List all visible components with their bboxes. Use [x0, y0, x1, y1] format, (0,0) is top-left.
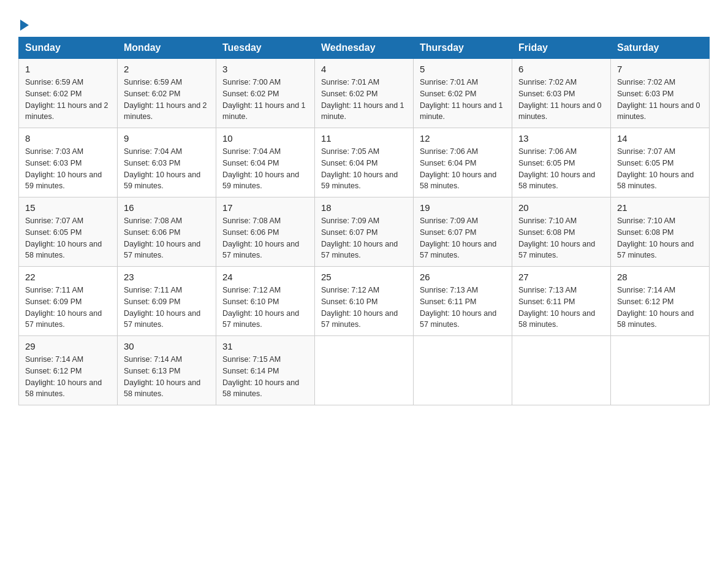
day-number: 23	[124, 272, 210, 282]
day-number: 18	[321, 202, 407, 213]
day-number: 19	[420, 202, 506, 213]
weekday-header-sunday: Sunday	[19, 37, 118, 59]
calendar-cell: 8Sunrise: 7:03 AMSunset: 6:03 PMDaylight…	[19, 128, 118, 197]
day-info: Sunrise: 7:12 AMSunset: 6:10 PMDaylight:…	[321, 285, 407, 331]
calendar-cell: 1Sunrise: 6:59 AMSunset: 6:02 PMDaylight…	[19, 59, 118, 128]
weekday-header-row: SundayMondayTuesdayWednesdayThursdayFrid…	[19, 37, 710, 59]
day-number: 29	[25, 341, 111, 351]
day-number: 6	[518, 64, 604, 74]
weekday-header-wednesday: Wednesday	[315, 37, 414, 59]
calendar-cell: 18Sunrise: 7:09 AMSunset: 6:07 PMDayligh…	[315, 197, 414, 267]
day-number: 20	[518, 202, 604, 213]
day-number: 3	[222, 64, 308, 74]
day-number: 16	[124, 202, 210, 213]
calendar-cell: 4Sunrise: 7:01 AMSunset: 6:02 PMDaylight…	[315, 59, 414, 128]
day-info: Sunrise: 7:04 AMSunset: 6:03 PMDaylight:…	[124, 146, 210, 192]
logo	[18, 12, 29, 31]
weekday-header-monday: Monday	[118, 37, 216, 59]
weekday-header-friday: Friday	[512, 37, 611, 59]
calendar-cell: 30Sunrise: 7:14 AMSunset: 6:13 PMDayligh…	[118, 336, 216, 405]
day-info: Sunrise: 7:02 AMSunset: 6:03 PMDaylight:…	[518, 77, 604, 123]
day-info: Sunrise: 7:09 AMSunset: 6:07 PMDaylight:…	[420, 215, 506, 261]
calendar-week-row: 15Sunrise: 7:07 AMSunset: 6:05 PMDayligh…	[19, 197, 710, 267]
calendar-cell: 31Sunrise: 7:15 AMSunset: 6:14 PMDayligh…	[216, 336, 315, 405]
calendar-cell	[512, 336, 611, 405]
calendar-cell: 24Sunrise: 7:12 AMSunset: 6:10 PMDayligh…	[216, 267, 315, 336]
weekday-header-tuesday: Tuesday	[216, 37, 315, 59]
day-info: Sunrise: 7:11 AMSunset: 6:09 PMDaylight:…	[25, 285, 111, 331]
day-info: Sunrise: 7:13 AMSunset: 6:11 PMDaylight:…	[420, 285, 506, 331]
calendar-week-row: 1Sunrise: 6:59 AMSunset: 6:02 PMDaylight…	[19, 59, 710, 128]
day-number: 10	[222, 133, 308, 144]
calendar-cell: 25Sunrise: 7:12 AMSunset: 6:10 PMDayligh…	[315, 267, 414, 336]
calendar-week-row: 22Sunrise: 7:11 AMSunset: 6:09 PMDayligh…	[19, 267, 710, 336]
day-number: 5	[420, 64, 506, 74]
day-number: 14	[617, 133, 703, 144]
day-info: Sunrise: 7:04 AMSunset: 6:04 PMDaylight:…	[222, 146, 308, 192]
day-info: Sunrise: 7:01 AMSunset: 6:02 PMDaylight:…	[420, 77, 506, 123]
logo-triangle-icon	[20, 20, 29, 31]
day-info: Sunrise: 7:07 AMSunset: 6:05 PMDaylight:…	[25, 215, 111, 261]
day-number: 22	[25, 272, 111, 282]
day-info: Sunrise: 7:15 AMSunset: 6:14 PMDaylight:…	[222, 354, 308, 400]
day-info: Sunrise: 7:08 AMSunset: 6:06 PMDaylight:…	[222, 215, 308, 261]
day-number: 13	[518, 133, 604, 144]
day-number: 2	[124, 64, 210, 74]
weekday-header-saturday: Saturday	[611, 37, 710, 59]
day-number: 26	[420, 272, 506, 282]
day-number: 27	[518, 272, 604, 282]
day-info: Sunrise: 7:03 AMSunset: 6:03 PMDaylight:…	[25, 146, 111, 192]
calendar-cell: 28Sunrise: 7:14 AMSunset: 6:12 PMDayligh…	[611, 267, 710, 336]
day-info: Sunrise: 7:14 AMSunset: 6:13 PMDaylight:…	[124, 354, 210, 400]
day-number: 12	[420, 133, 506, 144]
calendar-cell: 26Sunrise: 7:13 AMSunset: 6:11 PMDayligh…	[414, 267, 512, 336]
day-info: Sunrise: 7:01 AMSunset: 6:02 PMDaylight:…	[321, 77, 407, 123]
day-info: Sunrise: 7:12 AMSunset: 6:10 PMDaylight:…	[222, 285, 308, 331]
calendar-cell: 27Sunrise: 7:13 AMSunset: 6:11 PMDayligh…	[512, 267, 611, 336]
day-info: Sunrise: 7:06 AMSunset: 6:04 PMDaylight:…	[420, 146, 506, 192]
day-info: Sunrise: 7:14 AMSunset: 6:12 PMDaylight:…	[25, 354, 111, 400]
page-header	[18, 12, 710, 31]
day-info: Sunrise: 7:14 AMSunset: 6:12 PMDaylight:…	[617, 285, 703, 331]
calendar-cell: 16Sunrise: 7:08 AMSunset: 6:06 PMDayligh…	[118, 197, 216, 267]
weekday-header-thursday: Thursday	[414, 37, 512, 59]
day-info: Sunrise: 7:05 AMSunset: 6:04 PMDaylight:…	[321, 146, 407, 192]
day-number: 24	[222, 272, 308, 282]
day-number: 31	[222, 341, 308, 351]
day-number: 7	[617, 64, 703, 74]
calendar-cell: 14Sunrise: 7:07 AMSunset: 6:05 PMDayligh…	[611, 128, 710, 197]
day-info: Sunrise: 7:10 AMSunset: 6:08 PMDaylight:…	[617, 215, 703, 261]
day-info: Sunrise: 7:02 AMSunset: 6:03 PMDaylight:…	[617, 77, 703, 123]
day-number: 30	[124, 341, 210, 351]
calendar-cell: 19Sunrise: 7:09 AMSunset: 6:07 PMDayligh…	[414, 197, 512, 267]
calendar-cell	[414, 336, 512, 405]
calendar-cell: 22Sunrise: 7:11 AMSunset: 6:09 PMDayligh…	[19, 267, 118, 336]
calendar-cell: 13Sunrise: 7:06 AMSunset: 6:05 PMDayligh…	[512, 128, 611, 197]
day-number: 9	[124, 133, 210, 144]
calendar-cell: 7Sunrise: 7:02 AMSunset: 6:03 PMDaylight…	[611, 59, 710, 128]
day-number: 25	[321, 272, 407, 282]
calendar-cell: 3Sunrise: 7:00 AMSunset: 6:02 PMDaylight…	[216, 59, 315, 128]
day-info: Sunrise: 7:07 AMSunset: 6:05 PMDaylight:…	[617, 146, 703, 192]
calendar-cell: 11Sunrise: 7:05 AMSunset: 6:04 PMDayligh…	[315, 128, 414, 197]
day-number: 15	[25, 202, 111, 213]
day-number: 4	[321, 64, 407, 74]
calendar-cell: 15Sunrise: 7:07 AMSunset: 6:05 PMDayligh…	[19, 197, 118, 267]
calendar-cell: 20Sunrise: 7:10 AMSunset: 6:08 PMDayligh…	[512, 197, 611, 267]
day-info: Sunrise: 7:10 AMSunset: 6:08 PMDaylight:…	[518, 215, 604, 261]
day-number: 11	[321, 133, 407, 144]
day-number: 17	[222, 202, 308, 213]
calendar-cell: 10Sunrise: 7:04 AMSunset: 6:04 PMDayligh…	[216, 128, 315, 197]
calendar-cell: 12Sunrise: 7:06 AMSunset: 6:04 PMDayligh…	[414, 128, 512, 197]
day-number: 21	[617, 202, 703, 213]
day-info: Sunrise: 7:13 AMSunset: 6:11 PMDaylight:…	[518, 285, 604, 331]
day-info: Sunrise: 7:06 AMSunset: 6:05 PMDaylight:…	[518, 146, 604, 192]
calendar-table: SundayMondayTuesdayWednesdayThursdayFrid…	[18, 37, 710, 405]
day-number: 28	[617, 272, 703, 282]
calendar-cell: 21Sunrise: 7:10 AMSunset: 6:08 PMDayligh…	[611, 197, 710, 267]
day-info: Sunrise: 6:59 AMSunset: 6:02 PMDaylight:…	[124, 77, 210, 123]
calendar-cell	[315, 336, 414, 405]
day-info: Sunrise: 7:11 AMSunset: 6:09 PMDaylight:…	[124, 285, 210, 331]
day-info: Sunrise: 6:59 AMSunset: 6:02 PMDaylight:…	[25, 77, 111, 123]
calendar-cell: 17Sunrise: 7:08 AMSunset: 6:06 PMDayligh…	[216, 197, 315, 267]
